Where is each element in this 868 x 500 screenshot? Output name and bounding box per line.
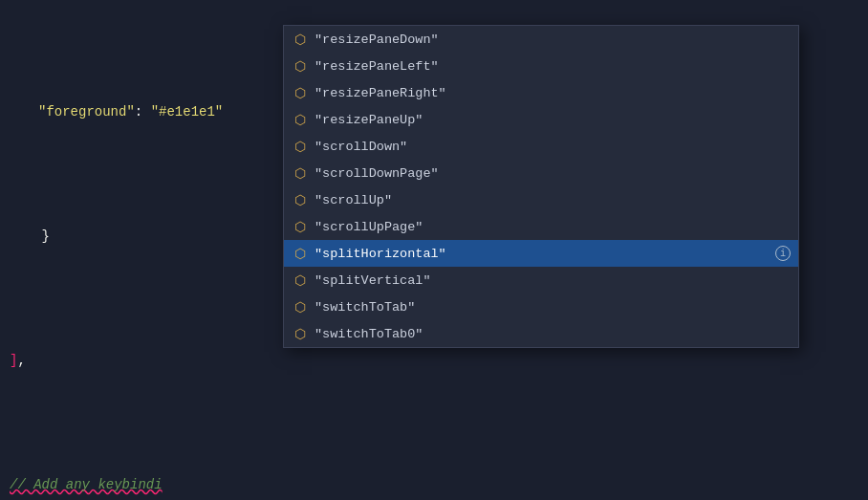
editor-area: "foreground" : "#e1e1e1" } ] , // Add an… (0, 0, 868, 500)
token: "#e1e1e1" (151, 99, 224, 124)
autocomplete-label: "splitHorizontal" (315, 247, 446, 261)
autocomplete-label: "switchToTab" (315, 300, 415, 315)
symbol-icon: ⬡ (292, 245, 309, 262)
symbol-icon: ⬡ (292, 111, 309, 128)
autocomplete-dropdown: ⬡ "resizePaneDown" ⬡ "resizePaneLeft" ⬡ … (283, 25, 799, 348)
symbol-icon: ⬡ (292, 31, 309, 48)
symbol-icon: ⬡ (292, 164, 309, 182)
autocomplete-item-switchToTab[interactable]: ⬡ "switchToTab" (284, 293, 798, 320)
autocomplete-item-resizePaneRight[interactable]: ⬡ "resizePaneRight" (284, 79, 798, 106)
symbol-icon: ⬡ (292, 138, 309, 155)
token: // Add any keybindi (10, 472, 163, 497)
autocomplete-label: "scrollUp" (315, 193, 392, 207)
token: "foreground" (38, 99, 135, 124)
line-4: // Add any keybindi (0, 472, 868, 497)
autocomplete-label: "scrollUpPage" (315, 220, 423, 234)
symbol-icon: ⬡ (292, 298, 309, 315)
symbol-icon: ⬡ (292, 218, 309, 235)
autocomplete-label: "resizePaneUp" (315, 113, 423, 127)
token: } (10, 224, 50, 249)
symbol-icon: ⬡ (292, 325, 309, 342)
autocomplete-item-scrollUp[interactable]: ⬡ "scrollUp" (284, 186, 798, 213)
autocomplete-item-resizePaneLeft[interactable]: ⬡ "resizePaneLeft" (284, 53, 798, 79)
autocomplete-label: "resizePaneDown" (315, 33, 439, 47)
autocomplete-item-splitHorizontal[interactable]: ⬡ "splitHorizontal" i (284, 240, 798, 267)
symbol-icon: ⬡ (292, 191, 309, 208)
token: : (135, 99, 151, 124)
autocomplete-label: "scrollDownPage" (315, 166, 439, 181)
token: , (17, 348, 25, 373)
symbol-icon: ⬡ (292, 84, 309, 101)
autocomplete-item-resizePaneDown[interactable]: ⬡ "resizePaneDown" (284, 26, 798, 53)
token: ] (10, 348, 17, 373)
autocomplete-item-scrollDownPage[interactable]: ⬡ "scrollDownPage" (284, 160, 798, 186)
autocomplete-item-scrollUpPage[interactable]: ⬡ "scrollUpPage" (284, 213, 798, 240)
autocomplete-label: "scrollDown" (315, 140, 407, 154)
autocomplete-label: "resizePaneRight" (315, 86, 446, 100)
autocomplete-item-splitVertical[interactable]: ⬡ "splitVertical" (284, 267, 798, 293)
autocomplete-label: "resizePaneLeft" (315, 59, 439, 74)
autocomplete-item-switchToTab0[interactable]: ⬡ "switchToTab0" (284, 320, 798, 347)
autocomplete-item-scrollDown[interactable]: ⬡ "scrollDown" (284, 133, 798, 160)
symbol-icon: ⬡ (292, 272, 309, 289)
symbol-icon: ⬡ (292, 57, 309, 75)
autocomplete-item-resizePaneUp[interactable]: ⬡ "resizePaneUp" (284, 106, 798, 133)
line-3: ] , (0, 348, 868, 373)
autocomplete-label: "switchToTab0" (315, 327, 423, 341)
info-icon[interactable]: i (775, 246, 791, 261)
autocomplete-label: "splitVertical" (315, 273, 431, 288)
